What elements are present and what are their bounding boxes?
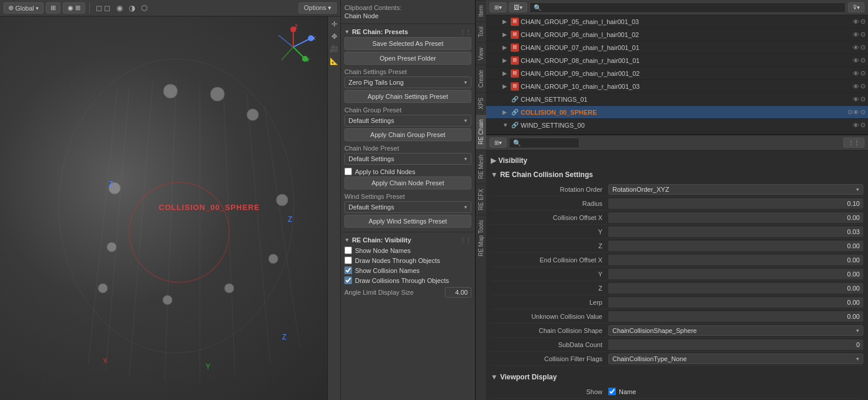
eye-icon[interactable]: 👁 [853,31,859,38]
camera-icon[interactable]: ◻ ◻ [94,4,113,12]
outliner-mode-btn[interactable]: ⊞▾ [490,2,507,12]
props-search[interactable] [509,138,579,148]
eye-icon[interactable]: 👁 [853,18,859,25]
apply-chain-group-btn[interactable]: Apply Chain Group Preset [344,128,471,141]
prop-collision-offset-x: Collision Offset X 0.00 [491,211,863,225]
tree-row[interactable]: ▼ 🔗 WIND_SETTINGS_00 👁 ⊙ [486,119,868,132]
wind-dropdown[interactable]: Default Settings ▾ [344,201,471,213]
cursor-tool[interactable]: ✛ [329,19,340,29]
tree-row[interactable]: ▶ ⛓ CHAIN_GROUP_10_chain_r_hair001_03 👁 … [486,80,868,93]
svg-text:X: X [312,35,316,41]
chain-group-dropdown[interactable]: Default Settings ▾ [344,115,471,126]
tree-row-selected[interactable]: ▶ 🔗 COLLISION_00_SPHERE ⊙ 👁 ⊙ [486,106,868,119]
restrict-icon[interactable]: ⊙ [860,69,866,77]
collision-filter-dropdown[interactable]: ChainCollisionType_None ▾ [608,354,863,364]
restrict-icon[interactable]: ⊙ [860,44,866,51]
restrict-icon[interactable]: ⊙ [860,31,866,38]
global-transform-btn[interactable]: ⊕ Global ▾ [4,2,43,14]
move-tool[interactable]: ✥ [329,31,340,42]
collision-settings-header: ▼ RE Chain Collision Settings [491,168,863,182]
apply-chain-node-btn[interactable]: Apply Chain Node Preset [344,176,471,189]
tree-row[interactable]: ▶ ⛓ CHAIN_GROUP_08_chain_r_hair001_01 👁 … [486,54,868,67]
tree-row[interactable]: ▶ ⛓ CHAIN_GROUP_06_chain_l_hair001_02 👁 … [486,28,868,41]
measure-tool[interactable]: 📐 [329,56,340,66]
vis-dots: ⋮⋮ [460,237,471,244]
tab-re-mesh[interactable]: RE Mesh [476,149,486,184]
props-mode-btn[interactable]: ⊞▾ [490,138,507,148]
restrict-icon[interactable]: ⊙ [860,121,866,129]
tab-re-chain[interactable]: RE Chain [476,114,486,149]
chain-icon: ⛓ [511,31,519,39]
tab-re-map-tools[interactable]: RE Map Tools [476,215,486,261]
tab-view[interactable]: View [476,42,486,65]
open-folder-btn[interactable]: Open Preset Folder [344,52,471,65]
restrict-icon[interactable]: ⊙ [860,108,866,116]
restrict-icon[interactable]: ⊙ [860,56,866,64]
dropdown-arrow-4: ▾ [464,204,467,210]
outliner-display-btn[interactable]: 🖼▾ [509,2,527,12]
rotation-order-dropdown[interactable]: RotationOrder_XYZ ▾ [608,184,863,195]
apply-child-checkbox[interactable] [344,168,352,175]
eye-icon[interactable]: 👁 [853,57,859,64]
eye-icon[interactable]: 👁 [853,122,859,129]
z1-value: 0.00 [608,241,863,251]
camera-fly-tool[interactable]: 🎥 [329,44,340,54]
tab-tool[interactable]: Tool [476,21,486,42]
show-node-names-checkbox[interactable] [344,246,352,254]
wind-settings-label: Wind Settings Preset [344,191,471,201]
prop-rotation-order: Rotation Order RotationOrder_XYZ ▾ [491,182,863,196]
eye-icon[interactable]: 👁 [853,83,859,90]
tree-row[interactable]: ▶ ⛓ CHAIN_GROUP_09_chain_r_hair001_02 👁 … [486,67,868,80]
render-icon[interactable]: ◉ [115,4,125,12]
wire-icon[interactable]: ⬡ [139,4,149,12]
outliner-search[interactable] [529,2,846,13]
props-options-btn[interactable]: ⋮⋮ [843,138,864,148]
dropdown-chevron-2: ▾ [856,328,859,334]
restrict-icon[interactable]: ⊙ [860,18,866,25]
tab-re-efx[interactable]: RE EFX [476,184,486,215]
tree-row[interactable]: ▶ ⛓ CHAIN_GROUP_05_chain_l_hair001_03 👁 … [486,15,868,28]
tab-create[interactable]: Create [476,65,486,92]
chain-collision-shape-dropdown[interactable]: ChainCollisionShape_Sphere ▾ [608,325,863,336]
svg-point-16 [98,284,108,293]
tab-xps[interactable]: XPS [476,92,486,114]
restrict-icon[interactable]: ⊙ [860,95,866,103]
shading-icon[interactable]: ◑ [127,4,137,12]
draw-nodes-checkbox[interactable] [344,256,352,264]
apply-wind-btn[interactable]: Apply Wind Settings Preset [344,215,471,228]
tree-row[interactable]: ▶ ⛓ CHAIN_GROUP_07_chain_f_hair001_01 👁 … [486,41,868,54]
show-name-checkbox[interactable] [608,388,616,395]
unknown-label: Unknown Collision Value [491,313,608,320]
snap-btn[interactable]: ⊞ [46,2,61,14]
draw-nodes-row: Draw Nodes Through Objects [344,255,471,265]
lerp-label: Lerp [491,299,608,306]
show-collision-checkbox[interactable] [344,266,352,274]
eye-icon[interactable]: 👁 [853,96,859,103]
options-btn[interactable]: Options ▾ [299,2,337,14]
apply-chain-settings-btn[interactable]: Apply Chain Settings Preset [344,90,471,103]
chain-node-dropdown[interactable]: Default Settings ▾ [344,153,471,165]
overlay-btn[interactable]: ◉ ⊞ [63,2,85,14]
tree-row[interactable]: 🔗 CHAIN_SETTINGS_00 👁 ⊙ [486,132,868,134]
dropdown-chevron-3: ▾ [856,356,859,362]
y2-label: Y [491,271,608,278]
tree-row[interactable]: 🔗 CHAIN_SETTINGS_01 👁 ⊙ [486,93,868,106]
chain-settings-dropdown[interactable]: Zero Pig Tails Long ▾ [344,76,471,88]
eye-icon[interactable]: 👁 [853,109,859,116]
eye-icon[interactable]: 👁 [853,70,859,77]
show-node-names-row: Show Node Names [344,245,471,255]
save-preset-btn[interactable]: Save Selected As Preset [344,37,471,50]
rotation-order-value: RotationOrder_XYZ [612,186,669,193]
tree-label: WIND_SETTINGS_00 [521,122,853,129]
show-name-label: Name [619,388,636,395]
eye-icon[interactable]: 👁 [853,44,859,51]
tab-item[interactable]: Item [476,0,486,21]
draw-collisions-checkbox[interactable] [344,276,352,284]
chain-icon: ⛓ [511,82,519,91]
svg-point-12 [247,109,259,121]
restrict-icon[interactable]: ⊙ [860,82,866,90]
outliner-filter-btn[interactable]: ⊽▾ [848,2,864,12]
chain-node-value: Default Settings [348,155,394,162]
clipboard-section: Clipboard Contents: Chain Node [341,0,475,24]
settings-dots: ⋮⋮ [460,29,471,35]
